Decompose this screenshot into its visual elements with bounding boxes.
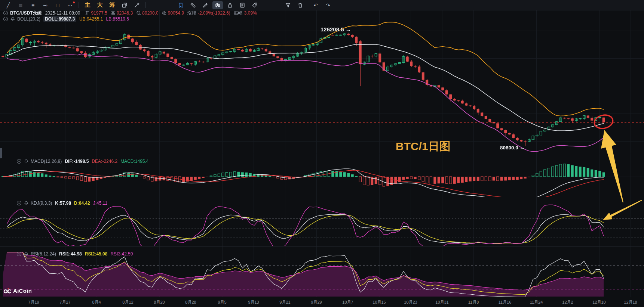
axis-tick-label: 11月16 — [499, 300, 512, 305]
trading-terminal: ╱≣≡⊸□⋯主大筹↶↷ BTC/USDT永续 2025-12-11 08:00 … — [0, 0, 644, 307]
axis-tick-label: 7月27 — [59, 300, 70, 305]
boll-indicator-row: BOLL(20,2) BOLL:89887.3 UB:94255.1 LB:85… — [3, 16, 129, 22]
tab-main-chart[interactable]: 主 — [82, 1, 93, 9]
change-value: -2.09%(-1922.6) — [198, 10, 230, 16]
axis-tick-label: 8月4 — [92, 300, 101, 305]
screenshot-icon[interactable] — [119, 1, 130, 9]
low-label: 低 — [136, 10, 141, 16]
lock-icon-glyph — [227, 2, 233, 8]
alert-bell-icon[interactable] — [24, 159, 29, 164]
macd-title[interactable]: MACD(12,26,9) — [31, 158, 62, 164]
kdj-d-value: D:64.42 — [74, 200, 90, 206]
low-value: 89200.0 — [142, 10, 158, 16]
macd-indicator-row: MACD(12,26,9) DIF:-1498.5 DEA:-2246.2 MA… — [16, 158, 149, 164]
rectangle-tool-icon[interactable]: □ — [52, 1, 63, 9]
marker-pen-icon-glyph — [202, 2, 208, 8]
bar-datetime: 2025-12-11 08:00 — [45, 10, 80, 16]
boll-mid-value: BOLL:89887.3 — [43, 16, 76, 22]
kdj-j-value: J:45.11 — [93, 200, 107, 206]
cursor-draw-icon-glyph — [134, 2, 140, 8]
axis-tick-label: 9月21 — [279, 300, 290, 305]
kdj-indicator-row: KDJ(9,3,3) K:57.98 D:64.42 J:45.11 — [16, 200, 107, 206]
axis-tick-label: 7月19 — [28, 300, 39, 305]
symbol-name[interactable]: BTC/USDT永续 — [10, 10, 42, 16]
drawing-toolbar: ╱≣≡⊸□⋯主大筹↶↷ — [0, 0, 644, 10]
main-chart-canvas[interactable] — [0, 0, 644, 307]
trendline-tool-icon[interactable]: ⊸ — [40, 1, 50, 9]
order-record-icon-glyph — [239, 2, 245, 8]
redo-icon[interactable]: ↷ — [323, 1, 333, 9]
rsi-title[interactable]: RSI(6,12,24) — [31, 251, 56, 257]
filter-icon[interactable] — [283, 1, 293, 9]
time-axis[interactable]: 7月197月278月48月128月208月289月59月139月219月2910… — [0, 297, 644, 307]
layout-list-icon[interactable]: ≡ — [28, 1, 38, 9]
high-label: 高 — [111, 10, 115, 16]
macd-dea-value: DEA:-2246.2 — [92, 158, 117, 164]
cursor-draw-icon[interactable] — [132, 1, 142, 9]
tab-large-order[interactable]: 大 — [95, 1, 105, 9]
alert-bell-icon[interactable] — [24, 201, 29, 206]
ruler-icon-glyph — [190, 2, 196, 8]
ruler-icon[interactable] — [188, 1, 198, 9]
arrow-right-icon: → — [346, 26, 351, 32]
axis-tick-label: 11月24 — [530, 300, 543, 305]
axis-tick-label: 12月10 — [592, 300, 605, 305]
delete-icon-glyph — [297, 2, 303, 8]
macd-dif-value: DIF:-1498.5 — [65, 158, 89, 164]
lock-icon[interactable] — [225, 1, 235, 9]
axis-tick-label: 10月23 — [404, 300, 417, 305]
amplitude-value: 3.09% — [244, 10, 257, 16]
kdj-title[interactable]: KDJ(9,3,3) — [31, 200, 52, 206]
rsi1-value: RSI1:44.98 — [59, 251, 82, 257]
bookmark-icon[interactable] — [175, 1, 186, 9]
drawing-toolbar-handle[interactable] — [0, 148, 2, 158]
collapse-chevron-icon[interactable] — [3, 16, 8, 22]
axis-tick-label: 9月5 — [218, 300, 226, 305]
draw-pencil-icon[interactable]: ╱ — [3, 1, 13, 9]
axis-tick-label: 12月18 — [624, 300, 637, 305]
axis-tick-label: 12月2 — [562, 300, 573, 305]
peak-price-annotation[interactable]: 126208.5 → — [321, 26, 351, 32]
notification-dot — [73, 1, 75, 3]
undo-icon[interactable]: ↶ — [310, 1, 321, 9]
axis-tick-label: 10月7 — [342, 300, 353, 305]
marker-pen-icon[interactable] — [200, 1, 211, 9]
collapse-chevron-icon[interactable] — [16, 159, 22, 164]
bookmark-icon-glyph — [178, 2, 184, 8]
ohlc-header-row: BTC/USDT永续 2025-12-11 08:00 开 91977.5 高 … — [3, 10, 257, 16]
kdj-k-value: K:57.98 — [55, 200, 71, 206]
axis-tick-label: 11月8 — [468, 300, 479, 305]
amplitude-label: 振幅 — [234, 10, 243, 16]
axis-tick-label: 8月28 — [185, 300, 196, 305]
open-label: 开 — [85, 10, 90, 16]
toolbar-divider — [145, 2, 146, 8]
price-tag-icon[interactable] — [249, 1, 260, 9]
indicator-list-icon[interactable]: ≣ — [15, 1, 26, 9]
aicoin-logo-text: AiCoin — [13, 288, 32, 294]
toolbar-divider — [79, 2, 79, 8]
collapse-chevron-icon[interactable] — [16, 201, 22, 206]
rsi-indicator-row: RSI(6,12,24) RSI1:44.98 RSI2:45.08 RSI3:… — [16, 251, 133, 257]
macd-value: MACD:1495.4 — [120, 158, 148, 164]
collapse-chevron-icon[interactable] — [16, 251, 22, 257]
boll-title[interactable]: BOLL(20,2) — [17, 16, 40, 22]
low-price-annotation[interactable]: 80600.0 → — [500, 145, 525, 151]
rsi2-value: RSI2:45.08 — [85, 251, 108, 257]
tab-chips[interactable]: 筹 — [107, 1, 117, 9]
axis-tick-label: 9月29 — [311, 300, 322, 305]
screenshot-icon-glyph — [122, 2, 128, 8]
alert-bell-icon[interactable] — [24, 251, 29, 257]
collapse-chevron-icon[interactable] — [3, 10, 8, 16]
delete-icon[interactable] — [295, 1, 306, 9]
kline-style-icon-glyph — [215, 2, 221, 8]
close-label: 收 — [162, 10, 166, 16]
kline-style-icon[interactable] — [212, 1, 223, 9]
alert-bell-icon[interactable] — [10, 16, 15, 22]
arrow-right-icon: → — [520, 145, 525, 151]
high-value: 92046.3 — [117, 10, 133, 16]
aicoin-logo: AiCoin — [3, 287, 32, 294]
chart-title-annotation[interactable]: BTC/1日图 — [396, 139, 451, 154]
rsi3-value: RSI3:42.59 — [110, 251, 133, 257]
more-tools-icon[interactable]: ⋯ — [65, 1, 75, 9]
order-record-icon[interactable] — [237, 1, 248, 9]
